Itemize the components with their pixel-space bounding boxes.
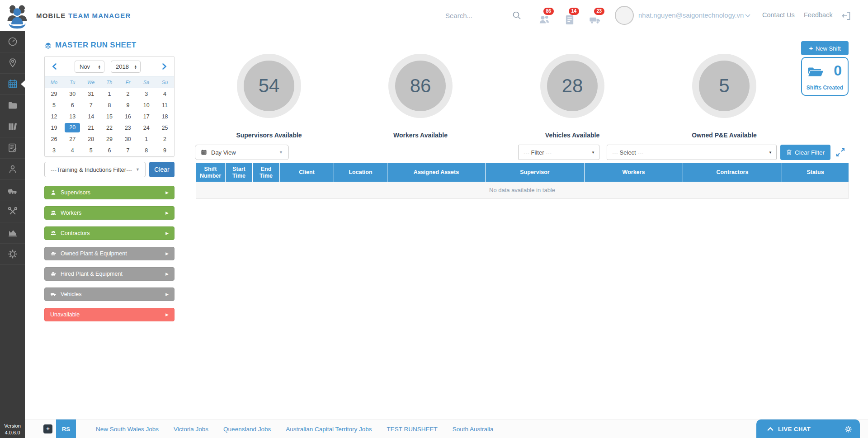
calendar-day[interactable]: 4 bbox=[63, 145, 82, 156]
month-select[interactable]: Nov ▲▼ bbox=[75, 61, 104, 73]
calendar-day[interactable]: 25 bbox=[156, 122, 174, 133]
column-header[interactable]: End Time bbox=[253, 163, 280, 182]
calendar-next-icon[interactable] bbox=[160, 63, 168, 70]
accordion-supervisors[interactable]: Supervisors ▶ bbox=[44, 186, 175, 199]
calendar-day[interactable]: 7 bbox=[118, 145, 137, 156]
calendar-day[interactable]: 6 bbox=[63, 99, 82, 111]
accordion-vehicles[interactable]: Vehicles ▶ bbox=[44, 287, 175, 301]
sidebar-item-trucks[interactable] bbox=[0, 180, 25, 201]
calendar-day[interactable]: 14 bbox=[82, 111, 100, 122]
clear-button[interactable]: Clear bbox=[149, 162, 175, 177]
tab-rs-active[interactable]: RS bbox=[56, 419, 76, 438]
calendar-day[interactable]: 3 bbox=[45, 145, 63, 156]
vehicles-notification[interactable]: 23 bbox=[589, 14, 601, 24]
calendar-day[interactable]: 5 bbox=[45, 99, 63, 111]
column-header[interactable]: Assigned Assets bbox=[387, 163, 486, 182]
new-shift-button[interactable]: + New Shift bbox=[801, 41, 849, 55]
calendar-day[interactable]: 23 bbox=[118, 122, 137, 133]
calendar-day[interactable]: 28 bbox=[82, 133, 100, 145]
calendar-day[interactable]: 22 bbox=[100, 122, 119, 133]
search-input[interactable] bbox=[445, 9, 511, 22]
calendar-day[interactable]: 13 bbox=[63, 111, 82, 122]
tab-new-south-wales-jobs[interactable]: New South Wales Jobs bbox=[96, 426, 159, 433]
calendar-day[interactable]: 16 bbox=[118, 111, 137, 122]
column-header[interactable]: Client bbox=[280, 163, 334, 182]
logout-icon[interactable] bbox=[841, 10, 852, 21]
calendar-day[interactable]: 27 bbox=[63, 133, 82, 145]
add-tab-button[interactable]: + bbox=[43, 424, 52, 433]
calendar-day[interactable]: 5 bbox=[82, 145, 100, 156]
clear-filter-button[interactable]: Clear Filter bbox=[780, 145, 830, 160]
view-select[interactable]: Day View ▼ bbox=[195, 145, 289, 160]
chevron-down-icon[interactable] bbox=[745, 14, 750, 18]
calendar-day[interactable]: 6 bbox=[100, 145, 119, 156]
workers-notification[interactable]: 86 bbox=[538, 14, 551, 24]
calendar-day[interactable]: 12 bbox=[45, 111, 63, 122]
accordion-unavailable[interactable]: Unavailable ▶ bbox=[44, 308, 175, 321]
sidebar-item-reports[interactable] bbox=[0, 222, 25, 244]
calendar-day[interactable]: 7 bbox=[82, 99, 100, 111]
calendar-day[interactable]: 29 bbox=[45, 88, 63, 99]
tab-south-australia[interactable]: South Australia bbox=[453, 426, 494, 433]
training-inductions-filter-select[interactable]: ---Training & Inductions Filter--- ▼ bbox=[44, 162, 146, 177]
calendar-day[interactable]: 26 bbox=[45, 133, 63, 145]
accordion-owned-plant-equipment[interactable]: Owned Plant & Equipment ▶ bbox=[44, 247, 175, 260]
sidebar-item-runsheet-calendar[interactable] bbox=[0, 74, 25, 95]
calendar-day[interactable]: 9 bbox=[118, 99, 137, 111]
accordion-workers[interactable]: Workers ▶ bbox=[44, 206, 175, 220]
search-icon[interactable] bbox=[512, 11, 521, 20]
sidebar-item-library[interactable] bbox=[0, 116, 25, 137]
calendar-day[interactable]: 24 bbox=[137, 122, 156, 133]
sidebar-item-people[interactable] bbox=[0, 159, 25, 180]
calendar-day[interactable]: 15 bbox=[100, 111, 119, 122]
calendar-day[interactable]: 31 bbox=[82, 88, 100, 99]
sidebar-item-documents[interactable] bbox=[0, 95, 25, 116]
live-chat-button[interactable]: LIVE CHAT bbox=[756, 419, 860, 438]
sidebar-item-settings[interactable] bbox=[0, 244, 25, 265]
calendar-day[interactable]: 1 bbox=[137, 133, 156, 145]
tab-test-runsheet[interactable]: TEST RUNSHEET bbox=[387, 426, 438, 433]
column-header[interactable]: Start Time bbox=[226, 163, 253, 182]
calendar-prev-icon[interactable] bbox=[51, 63, 58, 70]
calendar-day-selected[interactable]: 20 bbox=[63, 122, 82, 133]
tab-australian-capital-territory-jobs[interactable]: Australian Capital Territory Jobs bbox=[286, 426, 372, 433]
column-header[interactable]: Location bbox=[334, 163, 387, 182]
calendar-day[interactable]: 19 bbox=[45, 122, 63, 133]
calendar-day[interactable]: 30 bbox=[118, 133, 137, 145]
calendar-day[interactable]: 21 bbox=[82, 122, 100, 133]
column-header[interactable]: Supervisor bbox=[486, 163, 585, 182]
calendar-day[interactable]: 10 bbox=[137, 99, 156, 111]
calendar-day[interactable]: 18 bbox=[156, 111, 174, 122]
calendar-day[interactable]: 30 bbox=[63, 88, 82, 99]
contact-us-link[interactable]: Contact Us bbox=[762, 11, 795, 19]
column-header[interactable]: Workers bbox=[585, 163, 683, 182]
sidebar-item-forms[interactable] bbox=[0, 137, 25, 159]
calendar-day[interactable]: 2 bbox=[118, 88, 137, 99]
calendar-day[interactable]: 11 bbox=[156, 99, 174, 111]
calendar-day[interactable]: 17 bbox=[137, 111, 156, 122]
sidebar-item-dashboard[interactable] bbox=[0, 31, 25, 52]
calendar-day[interactable]: 8 bbox=[137, 145, 156, 156]
calendar-day[interactable]: 3 bbox=[137, 88, 156, 99]
sidebar-item-locations[interactable] bbox=[0, 52, 25, 74]
year-select[interactable]: 2018 ▲▼ bbox=[111, 61, 141, 73]
calendar-day[interactable]: 29 bbox=[100, 133, 119, 145]
column-header[interactable]: Contractors bbox=[683, 163, 782, 182]
expand-icon[interactable] bbox=[836, 148, 845, 157]
tab-victoria-jobs[interactable]: Victoria Jobs bbox=[174, 426, 208, 433]
accordion-hired-plant-equipment[interactable]: Hired Plant & Equipment ▶ bbox=[44, 267, 175, 281]
calendar-day[interactable]: 4 bbox=[156, 88, 174, 99]
accordion-contractors[interactable]: Contractors ▶ bbox=[44, 226, 175, 240]
calendar-day[interactable]: 9 bbox=[156, 145, 174, 156]
runsheet-notification[interactable]: 14 bbox=[563, 14, 576, 24]
feedback-link[interactable]: Feedback bbox=[804, 11, 833, 19]
sidebar-item-tools[interactable] bbox=[0, 201, 25, 222]
column-header[interactable]: Status bbox=[782, 163, 849, 182]
calendar-day[interactable]: 1 bbox=[100, 88, 119, 99]
user-avatar[interactable] bbox=[615, 6, 634, 25]
value-select[interactable]: --- Select --- ▼ bbox=[607, 145, 777, 160]
user-email[interactable]: nhat.nguyen@saigontechnology.vn bbox=[638, 11, 744, 19]
calendar-day[interactable]: 2 bbox=[156, 133, 174, 145]
filter-select[interactable]: --- Filter --- ▼ bbox=[518, 145, 599, 160]
calendar-day[interactable]: 8 bbox=[100, 99, 119, 111]
